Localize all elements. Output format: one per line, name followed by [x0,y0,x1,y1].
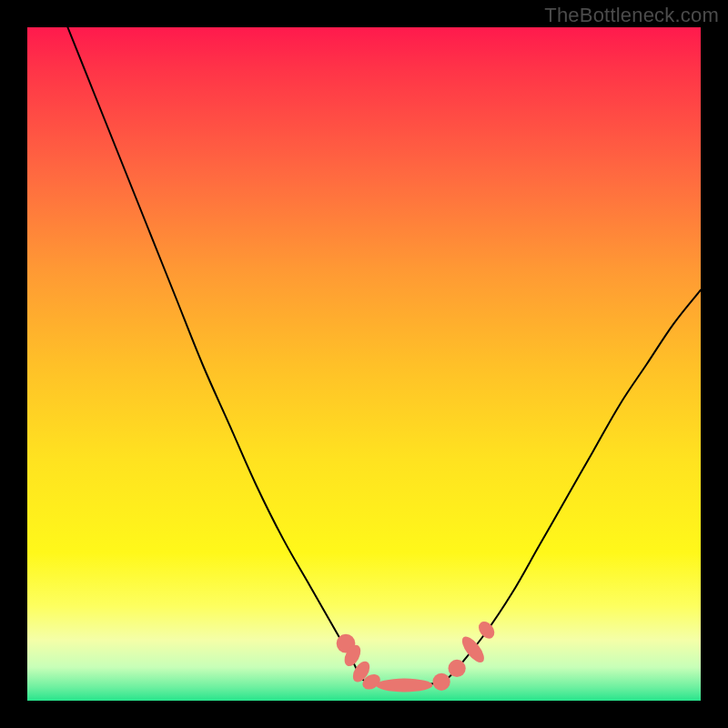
highlight-marker [449,660,466,677]
highlight-marker [432,673,450,691]
highlight-marker [376,679,432,693]
outer-frame: TheBottleneck.com [0,0,728,728]
bottleneck-curve [67,27,701,685]
watermark-text: TheBottleneck.com [544,4,719,27]
chart-area [27,27,701,701]
highlight-markers [337,619,498,693]
bottleneck-chart-svg [27,27,701,701]
